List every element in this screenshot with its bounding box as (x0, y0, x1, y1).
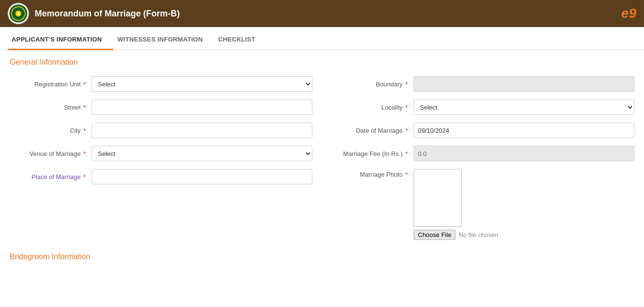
photo-label: Marriage Photo * (332, 169, 414, 178)
app-header: ✦ Memorandum of Marriage (Form-B) e9 (0, 0, 644, 27)
svg-text:✦: ✦ (17, 12, 20, 16)
required-star-6: * (405, 81, 408, 88)
tab-witnesses[interactable]: WITNESSES INFORMATION (113, 29, 214, 50)
required-star: * (83, 81, 86, 88)
fee-input (414, 146, 634, 161)
fee-label: Marriage Fee (In Rs.) * (332, 150, 414, 157)
date-row: Date of Marriage * (332, 123, 634, 138)
required-star-2: * (83, 104, 86, 111)
tabs-bar: APPLICANT'S INFORMATION WITNESSES INFORM… (0, 29, 644, 50)
no-file-label: No file chosen (458, 231, 498, 238)
main-content: General Information Registration Unit * … (0, 50, 644, 269)
tab-checklist[interactable]: CHECKLIST (215, 29, 267, 50)
city-row: City * (10, 123, 312, 138)
right-column: Boundary * Locality * Select Date of Mar… (332, 76, 634, 248)
user-icon[interactable]: e9 (621, 6, 636, 21)
locality-row: Locality * Select (332, 99, 634, 115)
required-star-9: * (405, 150, 408, 157)
boundary-input (414, 76, 634, 92)
registration-unit-label: Registration Unit * (10, 81, 92, 88)
venue-select[interactable]: Select (92, 146, 312, 161)
street-row: Street * (10, 99, 312, 115)
left-column: Registration Unit * Select Street * City (10, 76, 312, 248)
header-left: ✦ Memorandum of Marriage (Form-B) (8, 3, 180, 24)
required-star-3: * (83, 127, 86, 134)
place-row: Place of Marriage * (10, 169, 312, 184)
registration-unit-row: Registration Unit * Select (10, 76, 312, 92)
required-star-4: * (83, 150, 86, 157)
place-label: Place of Marriage * (10, 173, 92, 181)
locality-label: Locality * (332, 104, 414, 111)
date-label: Date of Marriage * (332, 127, 414, 134)
required-star-10: * (405, 171, 408, 178)
general-info-title: General Information (10, 58, 634, 67)
city-label: City * (10, 127, 92, 134)
bridegroom-section-title: Bridegroom Information (10, 252, 634, 261)
tab-applicant[interactable]: APPLICANT'S INFORMATION (8, 29, 113, 50)
choose-file-button[interactable]: Choose File (414, 230, 456, 240)
photo-upload-area: Choose File No file chosen (414, 169, 634, 240)
street-input[interactable] (92, 99, 312, 115)
fee-row: Marriage Fee (In Rs.) * (332, 146, 634, 161)
registration-unit-select[interactable]: Select (92, 76, 312, 92)
boundary-label: Boundary * (332, 81, 414, 88)
venue-label: Venue of Marriage * (10, 150, 92, 157)
locality-select[interactable]: Select (414, 99, 634, 115)
app-logo: ✦ (8, 3, 29, 24)
app-title: Memorandum of Marriage (Form-B) (35, 9, 180, 19)
street-label: Street * (10, 104, 92, 111)
venue-row: Venue of Marriage * Select (10, 146, 312, 161)
photo-preview-box (414, 169, 462, 227)
required-star-8: * (405, 127, 408, 134)
date-input[interactable] (414, 123, 634, 138)
general-info-form: Registration Unit * Select Street * City (10, 76, 634, 248)
city-input[interactable] (92, 123, 312, 138)
boundary-row: Boundary * (332, 76, 634, 92)
required-star-7: * (405, 104, 408, 111)
photo-row: Marriage Photo * Choose File No file cho… (332, 169, 634, 240)
file-input-row: Choose File No file chosen (414, 230, 498, 240)
place-input[interactable] (92, 169, 312, 184)
required-star-5: * (83, 173, 86, 181)
